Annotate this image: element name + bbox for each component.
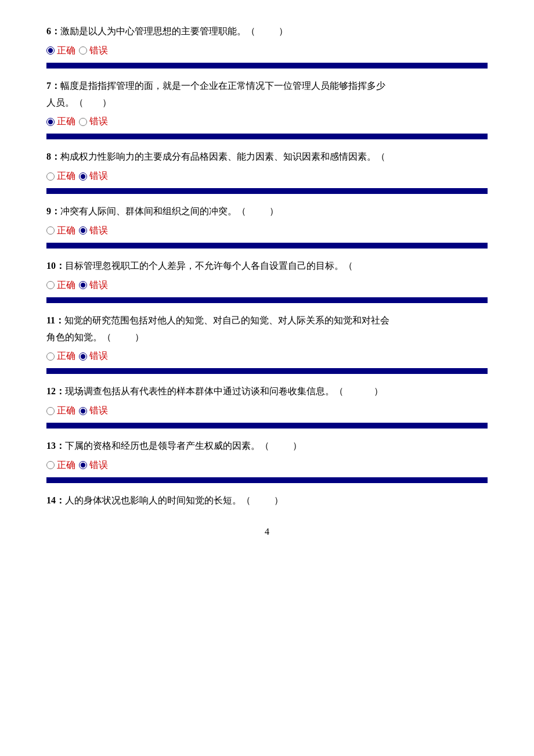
question-10-option-wrong[interactable]: 错误 — [79, 279, 108, 291]
question-12-option-correct[interactable]: 正确 — [46, 405, 75, 417]
question-7-radio-correct[interactable] — [46, 118, 55, 126]
question-11-radio-wrong[interactable] — [79, 352, 87, 361]
question-13-options: 正确 错误 — [46, 459, 488, 471]
question-7: 7：幅度是指指挥管理的面，就是一个企业在正常情况下一位管理人员能够指挥多少人员。… — [46, 78, 488, 140]
question-10-radio-wrong[interactable] — [79, 281, 87, 289]
question-12-options: 正确 错误 — [46, 405, 488, 417]
question-10-options: 正确 错误 — [46, 279, 488, 291]
question-7-number: 7： — [46, 81, 60, 91]
question-11-options: 正确 错误 — [46, 350, 488, 362]
question-12-radio-wrong[interactable] — [79, 407, 87, 415]
question-11-option-wrong[interactable]: 错误 — [79, 350, 108, 362]
question-12: 12：现场调查包括从有代表性的样本群体中通过访谈和问卷收集信息。（ ） 正确 错… — [46, 383, 488, 429]
question-13: 13：下属的资格和经历也是领导者产生权威的因素。（ ） 正确 错误 — [46, 438, 488, 483]
question-6-radio-correct[interactable] — [46, 46, 55, 55]
question-8-divider — [46, 188, 488, 194]
question-7-text: 7：幅度是指指挥管理的面，就是一个企业在正常情况下一位管理人员能够指挥多少人员。… — [46, 78, 488, 111]
question-13-radio-wrong[interactable] — [79, 461, 87, 469]
question-9-radio-wrong[interactable] — [79, 226, 87, 235]
question-7-options: 正确 错误 — [46, 116, 488, 128]
question-10-divider — [46, 297, 488, 303]
question-12-option-wrong[interactable]: 错误 — [79, 405, 108, 417]
question-11-label-wrong[interactable]: 错误 — [89, 350, 108, 362]
question-10-radio-correct[interactable] — [46, 281, 55, 289]
question-10-text: 10：目标管理忽视职工的个人差异，不允许每个人各自设置自己的目标。（ — [46, 258, 488, 275]
question-9-label-wrong[interactable]: 错误 — [89, 225, 108, 237]
question-12-number: 12： — [46, 386, 65, 396]
question-6-radio-wrong[interactable] — [79, 46, 87, 55]
question-6: 6：激励是以人为中心管理思想的主要管理职能。（ ） 正确 错误 — [46, 23, 488, 69]
question-9-text: 9：冲突有人际间、群体间和组织之间的冲突。（ ） — [46, 203, 488, 220]
question-8-label-wrong[interactable]: 错误 — [89, 170, 108, 182]
question-9-divider — [46, 243, 488, 249]
page-number: 4 — [46, 527, 488, 537]
question-6-option-correct[interactable]: 正确 — [46, 45, 75, 57]
question-6-divider — [46, 63, 488, 69]
question-9-number: 9： — [46, 206, 60, 216]
questions-container: 6：激励是以人为中心管理思想的主要管理职能。（ ） 正确 错误 7：幅度是指指挥… — [46, 23, 488, 509]
question-12-label-correct[interactable]: 正确 — [57, 405, 75, 417]
question-8-radio-correct[interactable] — [46, 172, 55, 181]
question-9-label-correct[interactable]: 正确 — [57, 225, 75, 237]
question-8-number: 8： — [46, 152, 60, 161]
question-10-number: 10： — [46, 261, 65, 271]
question-13-label-correct[interactable]: 正确 — [57, 459, 75, 471]
question-6-number: 6： — [46, 26, 60, 36]
question-11-text: 11：知觉的研究范围包括对他人的知觉、对自己的知觉、对人际关系的知觉和对社会角色… — [46, 312, 488, 346]
question-7-divider — [46, 134, 488, 139]
question-9-radio-correct[interactable] — [46, 226, 55, 235]
question-12-radio-correct[interactable] — [46, 407, 55, 415]
question-11-radio-correct[interactable] — [46, 352, 55, 361]
question-13-option-wrong[interactable]: 错误 — [79, 459, 108, 471]
question-8-text: 8：构成权力性影响力的主要成分有品格因素、能力因素、知识因素和感情因素。（ — [46, 149, 488, 165]
question-10-option-correct[interactable]: 正确 — [46, 279, 75, 291]
question-7-label-wrong[interactable]: 错误 — [89, 116, 108, 128]
question-6-label-wrong[interactable]: 错误 — [89, 45, 108, 57]
question-13-option-correct[interactable]: 正确 — [46, 459, 75, 471]
question-11: 11：知觉的研究范围包括对他人的知觉、对自己的知觉、对人际关系的知觉和对社会角色… — [46, 312, 488, 375]
question-8-radio-wrong[interactable] — [79, 172, 87, 181]
question-10-label-wrong[interactable]: 错误 — [89, 279, 108, 291]
question-11-number: 11： — [46, 315, 64, 325]
question-9-options: 正确 错误 — [46, 225, 488, 237]
question-13-divider — [46, 477, 488, 483]
question-9-option-correct[interactable]: 正确 — [46, 225, 75, 237]
question-14-text: 14：人的身体状况也影响人的时间知觉的长短。（ ） — [46, 492, 488, 509]
question-11-label-correct[interactable]: 正确 — [57, 350, 75, 362]
question-6-option-wrong[interactable]: 错误 — [79, 45, 108, 57]
question-14: 14：人的身体状况也影响人的时间知觉的长短。（ ） — [46, 492, 488, 509]
question-11-option-correct[interactable]: 正确 — [46, 350, 75, 362]
question-13-text: 13：下属的资格和经历也是领导者产生权威的因素。（ ） — [46, 438, 488, 455]
question-8-option-wrong[interactable]: 错误 — [79, 170, 108, 182]
question-9-option-wrong[interactable]: 错误 — [79, 225, 108, 237]
question-8-options: 正确 错误 — [46, 170, 488, 182]
question-7-option-wrong[interactable]: 错误 — [79, 116, 108, 128]
question-13-label-wrong[interactable]: 错误 — [89, 459, 108, 471]
question-7-option-correct[interactable]: 正确 — [46, 116, 75, 128]
question-6-text: 6：激励是以人为中心管理思想的主要管理职能。（ ） — [46, 23, 488, 40]
question-12-text: 12：现场调查包括从有代表性的样本群体中通过访谈和问卷收集信息。（ ） — [46, 383, 488, 400]
question-13-radio-correct[interactable] — [46, 461, 55, 469]
question-8: 8：构成权力性影响力的主要成分有品格因素、能力因素、知识因素和感情因素。（ 正确… — [46, 149, 488, 194]
question-12-label-wrong[interactable]: 错误 — [89, 405, 108, 417]
question-6-label-correct[interactable]: 正确 — [57, 45, 75, 57]
question-9: 9：冲突有人际间、群体间和组织之间的冲突。（ ） 正确 错误 — [46, 203, 488, 249]
question-7-label-correct[interactable]: 正确 — [57, 116, 75, 128]
question-8-label-correct[interactable]: 正确 — [57, 170, 75, 182]
question-13-number: 13： — [46, 441, 65, 451]
question-8-option-correct[interactable]: 正确 — [46, 170, 75, 182]
question-10-label-correct[interactable]: 正确 — [57, 279, 75, 291]
question-6-options: 正确 错误 — [46, 45, 488, 57]
question-10: 10：目标管理忽视职工的个人差异，不允许每个人各自设置自己的目标。（ 正确 错误 — [46, 258, 488, 303]
question-14-number: 14： — [46, 495, 65, 505]
question-12-divider — [46, 423, 488, 429]
question-7-radio-wrong[interactable] — [79, 118, 87, 126]
question-11-divider — [46, 368, 488, 374]
